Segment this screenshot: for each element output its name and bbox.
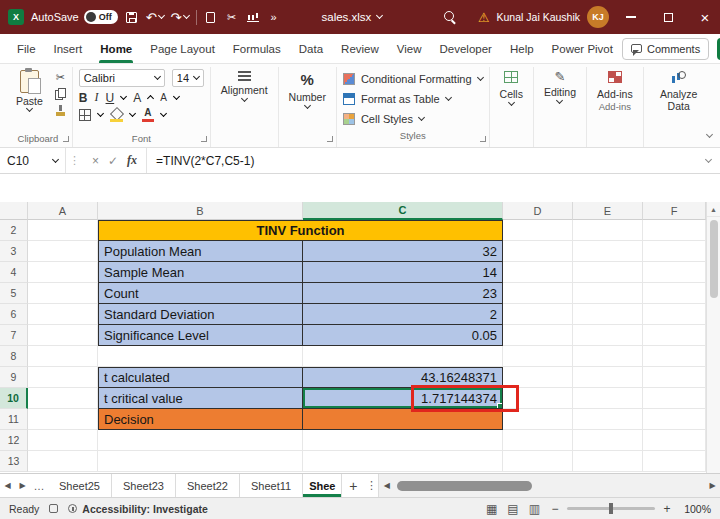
cell-F9[interactable] bbox=[643, 367, 706, 388]
chevron-down-icon[interactable] bbox=[129, 110, 136, 117]
undo-button[interactable]: ↶ bbox=[146, 7, 164, 27]
row-header-6[interactable]: 6 bbox=[0, 304, 28, 325]
menu-tab-data[interactable]: Data bbox=[290, 34, 332, 63]
menu-tab-home[interactable]: Home bbox=[91, 34, 141, 63]
cell-F12[interactable] bbox=[643, 430, 706, 451]
cell-D2[interactable] bbox=[503, 220, 573, 241]
cell-D10[interactable] bbox=[503, 388, 573, 409]
cell-C10-selected[interactable]: 1.717144374 bbox=[303, 388, 503, 409]
cell-A12[interactable] bbox=[28, 430, 98, 451]
cell-E10[interactable] bbox=[573, 388, 643, 409]
row-header-11[interactable]: 11 bbox=[0, 409, 28, 430]
select-all-corner[interactable] bbox=[0, 202, 28, 220]
cell-B4[interactable]: Sample Mean bbox=[98, 262, 303, 283]
insert-function-button[interactable]: fx bbox=[127, 153, 137, 168]
close-button[interactable]: × bbox=[690, 0, 720, 34]
cell-styles-button[interactable]: Cell Styles bbox=[343, 109, 483, 129]
menu-tab-review[interactable]: Review bbox=[332, 34, 388, 63]
dialog-launcher-icon[interactable] bbox=[201, 136, 207, 142]
accessibility-status[interactable]: Accessibility: Investigate bbox=[68, 503, 207, 515]
menu-tab-formulas[interactable]: Formulas bbox=[224, 34, 290, 63]
zoom-level[interactable]: 100% bbox=[679, 503, 711, 515]
sheet-nav-right-icon[interactable]: ▶ bbox=[15, 474, 30, 497]
sheet-tab-active[interactable]: Shee bbox=[303, 474, 342, 497]
row-header-9[interactable]: 9 bbox=[0, 367, 28, 388]
cell-E3[interactable] bbox=[573, 241, 643, 262]
menu-tab-file[interactable]: File bbox=[8, 34, 45, 63]
cell-E5[interactable] bbox=[573, 283, 643, 304]
cell-E4[interactable] bbox=[573, 262, 643, 283]
cell-B6[interactable]: Standard Deviation bbox=[98, 304, 303, 325]
cancel-entry-icon[interactable]: × bbox=[92, 154, 99, 168]
font-color-icon[interactable]: A bbox=[142, 108, 154, 122]
cell-B8[interactable] bbox=[98, 346, 303, 367]
cell-D13[interactable] bbox=[503, 451, 573, 472]
cell-E12[interactable] bbox=[573, 430, 643, 451]
cell-F4[interactable] bbox=[643, 262, 706, 283]
page-break-view-icon[interactable]: ▥ bbox=[529, 503, 540, 515]
cell-D8[interactable] bbox=[503, 346, 573, 367]
dialog-launcher-icon[interactable] bbox=[480, 136, 486, 142]
cell-D4[interactable] bbox=[503, 262, 573, 283]
cell-C5[interactable]: 23 bbox=[303, 283, 503, 304]
column-header-c[interactable]: C bbox=[303, 202, 503, 220]
cell-E7[interactable] bbox=[573, 325, 643, 346]
cell-D7[interactable] bbox=[503, 325, 573, 346]
editing-button[interactable]: ✎ Editing bbox=[540, 68, 580, 103]
row-header-5[interactable]: 5 bbox=[0, 283, 28, 304]
cell-A7[interactable] bbox=[28, 325, 98, 346]
cell-F6[interactable] bbox=[643, 304, 706, 325]
user-name[interactable]: Kunal Jai Kaushik bbox=[497, 11, 580, 23]
sheet-tab-sheet22[interactable]: Sheet22 bbox=[176, 474, 240, 497]
cell-D9[interactable] bbox=[503, 367, 573, 388]
bold-button[interactable]: B bbox=[79, 91, 88, 105]
cell-B12[interactable] bbox=[98, 430, 303, 451]
addins-button[interactable]: Add-ins bbox=[593, 68, 637, 100]
cell-C12[interactable] bbox=[303, 430, 503, 451]
row-header-3[interactable]: 3 bbox=[0, 241, 28, 262]
menu-tab-view[interactable]: View bbox=[388, 34, 431, 63]
cell-D11[interactable] bbox=[503, 409, 573, 430]
expand-formula-bar-button[interactable] bbox=[697, 148, 720, 173]
autosave-pill[interactable]: Off bbox=[84, 10, 118, 24]
cell-B10[interactable]: t critical value bbox=[98, 388, 303, 409]
cut-button[interactable]: ✂ bbox=[225, 7, 239, 27]
chevron-down-icon[interactable] bbox=[97, 110, 104, 117]
cell-D3[interactable] bbox=[503, 241, 573, 262]
column-header-a[interactable]: A bbox=[28, 202, 98, 220]
redo-button[interactable]: ↷ bbox=[171, 7, 189, 27]
row-header-10[interactable]: 10 bbox=[0, 388, 28, 409]
cell-A6[interactable] bbox=[28, 304, 98, 325]
number-button[interactable]: % Number bbox=[285, 68, 330, 108]
row-header-12[interactable]: 12 bbox=[0, 430, 28, 451]
cut-button[interactable]: ✂ bbox=[56, 71, 65, 83]
name-box[interactable]: C10 bbox=[0, 148, 66, 173]
dialog-launcher-icon[interactable] bbox=[327, 136, 333, 142]
cell-B3[interactable]: Population Mean bbox=[98, 241, 303, 262]
add-sheet-button[interactable]: + bbox=[342, 474, 364, 497]
normal-view-icon[interactable]: ▦ bbox=[486, 503, 497, 515]
format-painter-button[interactable] bbox=[55, 105, 66, 117]
borders-icon[interactable] bbox=[79, 109, 91, 121]
analyze-data-button[interactable]: Analyze Data bbox=[650, 68, 708, 112]
horizontal-scroll-thumb[interactable] bbox=[397, 481, 532, 491]
cells-button[interactable]: Cells bbox=[496, 68, 527, 105]
chart-button[interactable] bbox=[246, 7, 260, 27]
autosave-toggle[interactable]: AutoSave Off bbox=[31, 10, 118, 24]
horizontal-scrollbar[interactable]: ◀ ▶ bbox=[378, 474, 720, 497]
row-header-7[interactable]: 7 bbox=[0, 325, 28, 346]
column-header-f[interactable]: F bbox=[643, 202, 706, 220]
cell-C6[interactable]: 2 bbox=[303, 304, 503, 325]
macro-record-icon[interactable] bbox=[49, 504, 58, 513]
fill-handle[interactable] bbox=[497, 403, 503, 409]
menu-tab-help[interactable]: Help bbox=[501, 34, 543, 63]
zoom-slider-knob[interactable] bbox=[609, 503, 613, 514]
cell-F7[interactable] bbox=[643, 325, 706, 346]
cell-F13[interactable] bbox=[643, 451, 706, 472]
cell-C11[interactable] bbox=[303, 409, 503, 430]
formula-input[interactable]: =TINV(2*C7,C5-1) bbox=[147, 148, 697, 173]
row-header-4[interactable]: 4 bbox=[0, 262, 28, 283]
zoom-slider[interactable] bbox=[567, 507, 655, 510]
cell-E8[interactable] bbox=[573, 346, 643, 367]
cell-A5[interactable] bbox=[28, 283, 98, 304]
